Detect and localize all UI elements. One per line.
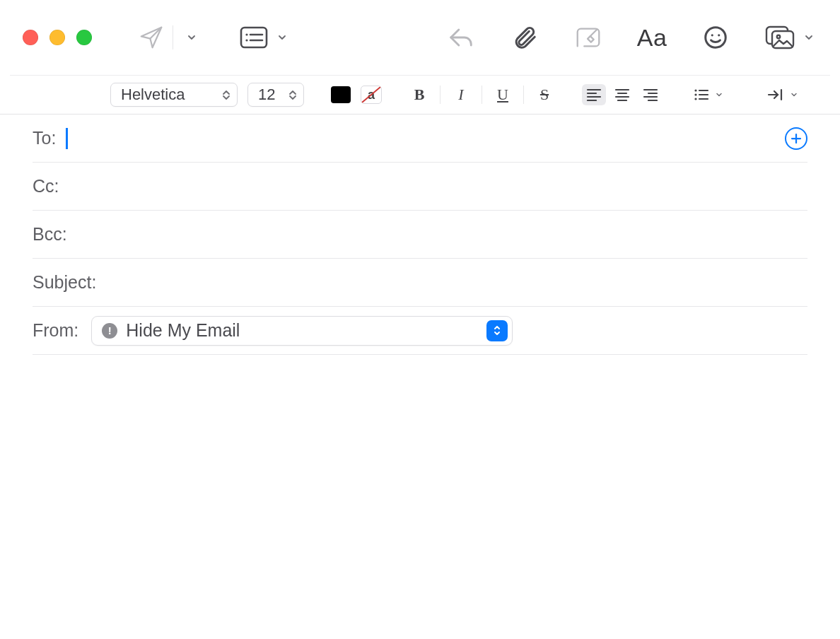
- align-left-button[interactable]: [582, 84, 606, 105]
- chevron-down-icon: [790, 90, 798, 99]
- format-Aa-icon: Aa: [637, 24, 667, 52]
- bcc-field-row: Bcc:: [33, 211, 807, 259]
- to-label: To:: [33, 128, 62, 148]
- background-color-letter: a: [368, 88, 375, 102]
- bold-button[interactable]: B: [409, 84, 430, 105]
- svg-point-23: [694, 89, 696, 91]
- font-size-value: 12: [258, 86, 275, 104]
- subject-input[interactable]: [102, 259, 807, 306]
- subject-label: Subject:: [33, 272, 102, 293]
- list-card-icon: [239, 25, 269, 49]
- to-input[interactable]: [68, 115, 807, 162]
- chevron-down-icon: [276, 32, 288, 43]
- svg-point-1: [245, 33, 247, 35]
- minimize-window-button[interactable]: [49, 30, 65, 45]
- svg-rect-0: [241, 28, 267, 47]
- underline-button[interactable]: U: [492, 84, 513, 105]
- align-left-icon: [586, 88, 602, 101]
- reply-button[interactable]: [445, 22, 477, 53]
- chevron-down-icon: [803, 32, 815, 43]
- format-bar: Helvetica 12 a B I U S: [0, 76, 840, 114]
- font-family-select[interactable]: Helvetica: [110, 83, 238, 107]
- align-center-icon: [614, 88, 630, 101]
- subject-field-row: Subject:: [33, 259, 807, 307]
- align-center-button[interactable]: [610, 84, 634, 105]
- window-controls: [23, 30, 92, 45]
- format-toggle-button[interactable]: Aa: [636, 22, 667, 53]
- align-right-button[interactable]: [638, 84, 663, 105]
- reply-arrow-icon: [446, 24, 476, 51]
- select-stepper-icon: [486, 320, 508, 341]
- align-right-icon: [643, 88, 658, 101]
- from-account-select[interactable]: ! Hide My Email: [91, 316, 513, 346]
- from-account-value: Hide My Email: [126, 320, 478, 341]
- to-field-row: To:: [33, 115, 807, 163]
- background-color-picker[interactable]: a: [361, 86, 382, 104]
- header-fields: To: Cc: Bcc: Subject: From: ! Hide My Em…: [0, 115, 840, 355]
- bullet-list-icon: [694, 88, 709, 101]
- stepper-icon: [289, 90, 296, 100]
- photos-icon: [764, 24, 796, 51]
- paper-plane-icon: [138, 24, 165, 51]
- photo-browser-dropdown[interactable]: [799, 22, 819, 53]
- bcc-label: Bcc:: [33, 224, 73, 245]
- chevron-down-icon: [715, 90, 723, 99]
- chevron-down-icon: [186, 32, 197, 43]
- svg-point-25: [694, 93, 696, 95]
- send-button[interactable]: [136, 22, 167, 53]
- svg-point-7: [718, 34, 720, 36]
- add-recipient-button[interactable]: [785, 127, 807, 150]
- toolbar-separator: [173, 25, 173, 49]
- strikethrough-button[interactable]: S: [534, 84, 555, 105]
- info-badge-icon: !: [102, 323, 117, 339]
- separator: [440, 86, 441, 104]
- message-body[interactable]: [0, 355, 840, 609]
- indent-button[interactable]: [767, 84, 798, 105]
- markup-button[interactable]: [573, 22, 604, 53]
- svg-point-3: [245, 39, 247, 41]
- titlebar: Aa: [0, 0, 840, 75]
- svg-point-6: [711, 34, 713, 36]
- markup-icon: [573, 25, 603, 50]
- text-color-picker[interactable]: [331, 86, 351, 103]
- header-fields-dropdown[interactable]: [267, 22, 298, 53]
- from-field-row: From: ! Hide My Email: [33, 307, 807, 355]
- attach-button[interactable]: [509, 22, 540, 53]
- separator: [523, 86, 524, 104]
- cc-input[interactable]: [65, 163, 808, 210]
- font-size-select[interactable]: 12: [247, 83, 304, 107]
- plus-icon: [790, 132, 803, 145]
- smiley-icon: [702, 24, 729, 51]
- close-window-button[interactable]: [23, 30, 38, 45]
- font-family-value: Helvetica: [121, 86, 185, 104]
- zoom-window-button[interactable]: [76, 30, 92, 45]
- bcc-input[interactable]: [73, 211, 807, 258]
- italic-button[interactable]: I: [450, 84, 472, 105]
- cc-field-row: Cc:: [33, 163, 807, 211]
- svg-point-5: [706, 28, 726, 48]
- svg-point-27: [694, 98, 696, 100]
- header-fields-button[interactable]: [238, 22, 269, 53]
- send-options-dropdown[interactable]: [176, 22, 207, 53]
- separator: [482, 86, 482, 104]
- alignment-group: [582, 84, 663, 105]
- stepper-icon: [223, 90, 230, 100]
- from-label: From:: [33, 320, 84, 341]
- indent-icon: [767, 88, 784, 101]
- svg-rect-9: [772, 31, 793, 48]
- cc-label: Cc:: [33, 176, 65, 197]
- emoji-button[interactable]: [700, 22, 731, 53]
- paperclip-icon: [511, 23, 538, 52]
- list-style-button[interactable]: [694, 84, 723, 105]
- photo-browser-button[interactable]: [764, 22, 796, 53]
